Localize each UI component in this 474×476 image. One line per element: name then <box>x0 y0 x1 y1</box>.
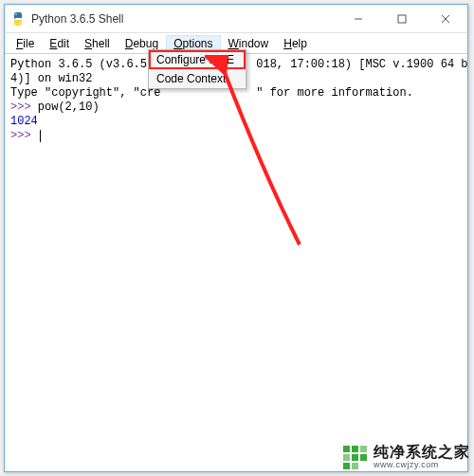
close-button[interactable] <box>424 5 467 33</box>
titlebar[interactable]: Python 3.6.5 Shell <box>5 5 467 33</box>
output-1: 1024 <box>10 115 38 128</box>
menu-shell[interactable]: Shell <box>77 35 118 52</box>
svg-rect-6 <box>343 446 350 452</box>
menu-help[interactable]: Help <box>276 35 315 52</box>
watermark-logo-icon <box>341 444 368 470</box>
svg-point-0 <box>15 13 17 15</box>
svg-rect-13 <box>352 463 358 469</box>
prompt-2: >>> <box>10 129 31 142</box>
menuitem-configure-idle[interactable]: Configure IDLE <box>149 50 246 69</box>
svg-rect-7 <box>352 446 358 452</box>
window-title: Python 3.6.5 Shell <box>31 12 123 26</box>
input-1: pow(2,10) <box>31 101 100 114</box>
watermark-text: 纯净系统之家 <box>374 445 470 460</box>
menu-file[interactable]: File <box>9 35 42 52</box>
svg-rect-10 <box>352 454 358 461</box>
maximize-button[interactable] <box>380 5 424 33</box>
svg-rect-8 <box>360 446 367 452</box>
prompt-1: >>> <box>10 101 31 114</box>
svg-point-1 <box>19 23 21 25</box>
watermark-url: www.cwjzy.com <box>374 460 470 469</box>
svg-rect-3 <box>398 15 406 23</box>
shell-content[interactable]: Python 3.6.5 (v3.6.5:f5 018, 17:00:18) [… <box>5 54 467 471</box>
svg-rect-9 <box>343 454 350 461</box>
banner-line-1b: 4)] on win32 <box>10 72 92 85</box>
menuitem-code-context[interactable]: Code Context <box>149 69 246 88</box>
menu-edit[interactable]: Edit <box>42 35 77 52</box>
text-cursor <box>40 130 41 142</box>
svg-rect-11 <box>360 454 367 461</box>
watermark: 纯净系统之家 www.cwjzy.com <box>341 444 470 470</box>
minimize-button[interactable] <box>337 5 380 33</box>
svg-rect-12 <box>343 463 350 469</box>
python-icon <box>10 11 26 27</box>
options-dropdown: Configure IDLE Code Context <box>148 49 246 89</box>
